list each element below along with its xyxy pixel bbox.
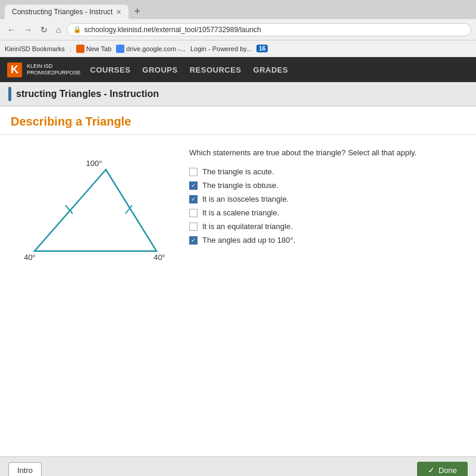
lock-icon: 🔒 <box>73 26 82 33</box>
content-spacer <box>0 361 476 456</box>
svg-text:40°: 40° <box>154 253 165 262</box>
option-row-5: The angles add up to 180°. <box>189 236 465 245</box>
home-button[interactable]: ⌂ <box>54 24 63 36</box>
quiz-body: 100° 40° 40° Which statements are true a… <box>0 135 476 361</box>
new-tab-button[interactable]: + <box>129 4 147 19</box>
questions-area: Which statements are true about the tria… <box>189 147 465 349</box>
question-text: Which statements are true about the tria… <box>189 147 465 159</box>
active-tab[interactable]: Constructing Triangles - Instruct × <box>5 5 129 19</box>
svg-text:40°: 40° <box>24 253 36 262</box>
bookmark-login[interactable]: Login - Powered by... <box>190 45 252 52</box>
url-text: schoology.kleinisd.net/external_tool/105… <box>84 26 261 34</box>
triangle-area: 100° 40° 40° <box>11 147 177 349</box>
bookmarks-bar: KleinISD Bookmarks | New Tab drive.googl… <box>0 40 476 57</box>
done-check-icon: ✓ <box>428 465 435 475</box>
section-title: Describing a Triangle <box>11 115 131 128</box>
option-row-4: It is an equilateral triangle. <box>189 222 465 231</box>
back-button[interactable]: ← <box>5 24 18 36</box>
logo-area: K KLEIN ISD PROMISE2PURPOSE <box>7 62 81 77</box>
page-header: structing Triangles - Instruction <box>0 82 476 107</box>
tab-bar: Constructing Triangles - Instruct × + <box>0 0 476 19</box>
nav-groups[interactable]: GROUPS <box>142 65 177 74</box>
address-bar: ← → ↻ ⌂ 🔒 schoology.kleinisd.net/externa… <box>0 19 476 40</box>
checkbox-4[interactable] <box>189 223 198 231</box>
bottom-bar: Intro ✓ Done <box>0 456 476 476</box>
svg-marker-0 <box>35 170 156 251</box>
svg-text:100°: 100° <box>86 159 102 168</box>
tab-title: Constructing Triangles - Instruct <box>12 8 112 16</box>
checkbox-1[interactable] <box>189 181 198 190</box>
option-label-2: It is an isosceles triangle. <box>202 195 289 203</box>
checkbox-0[interactable] <box>189 168 198 176</box>
option-label-1: The triangle is obtuse. <box>202 181 278 190</box>
newtab-icon <box>76 45 84 53</box>
bookmarks-label: KleinISD Bookmarks <box>5 45 65 52</box>
url-bar[interactable]: 🔒 schoology.kleinisd.net/external_tool/1… <box>67 23 471 36</box>
nav-links: COURSES GROUPS RESOURCES GRADES <box>90 65 289 74</box>
option-row-3: It is a scalene triangle. <box>189 208 465 217</box>
logo-text: KLEIN ISD PROMISE2PURPOSE <box>27 63 81 76</box>
reload-button[interactable]: ↻ <box>38 24 50 36</box>
tab-close-icon[interactable]: × <box>116 7 121 17</box>
option-label-5: The angles add up to 180°. <box>202 236 295 245</box>
bookmark-google[interactable]: drive.google.com -... <box>116 45 186 53</box>
option-row-0: The triangle is acute. <box>189 167 465 176</box>
option-label-3: It is a scalene triangle. <box>202 208 279 217</box>
checkbox-5[interactable] <box>189 236 198 245</box>
nav-grades[interactable]: GRADES <box>253 65 289 74</box>
header-bar-accent <box>8 87 11 101</box>
forward-button[interactable]: → <box>21 24 35 36</box>
option-row-2: It is an isosceles triangle. <box>189 195 465 203</box>
option-row-1: The triangle is obtuse. <box>189 181 465 190</box>
option-label-0: The triangle is acute. <box>202 167 274 176</box>
checkbox-3[interactable] <box>189 209 198 217</box>
schoology-navbar: K KLEIN ISD PROMISE2PURPOSE COURSES GROU… <box>0 57 476 82</box>
checkbox-2[interactable] <box>189 195 198 203</box>
done-label: Done <box>439 466 457 475</box>
browser-chrome: Constructing Triangles - Instruct × + ← … <box>0 0 476 57</box>
notification-badge: 16 <box>256 45 268 52</box>
done-button[interactable]: ✓ Done <box>417 462 468 476</box>
triangle-svg: 100° 40° 40° <box>17 153 171 272</box>
nav-courses[interactable]: COURSES <box>90 65 131 74</box>
page-title: structing Triangles - Instruction <box>16 89 159 99</box>
section-title-bar: Describing a Triangle <box>0 107 476 135</box>
option-label-4: It is an equilateral triangle. <box>202 222 293 231</box>
bookmark-newtab[interactable]: New Tab <box>76 45 112 53</box>
nav-resources[interactable]: RESOURCES <box>190 65 242 74</box>
content-area: Describing a Triangle 100° 40° 40° Which… <box>0 107 476 361</box>
logo-k: K <box>7 62 22 77</box>
intro-button[interactable]: Intro <box>8 462 42 477</box>
google-icon <box>116 45 124 53</box>
